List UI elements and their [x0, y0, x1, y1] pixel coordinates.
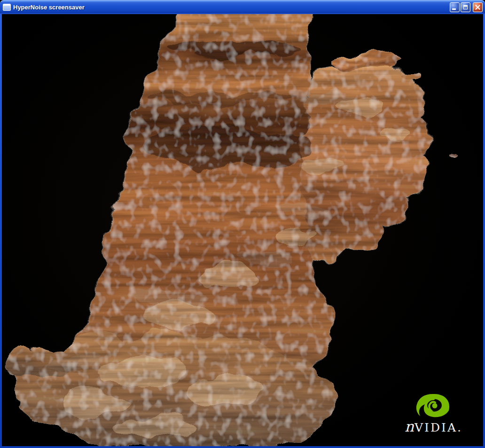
minimize-button[interactable] [450, 2, 460, 12]
close-button[interactable] [473, 2, 483, 12]
nvidia-wordmark-rest: VIDIA [415, 421, 457, 434]
window-controls [450, 2, 483, 12]
render-viewport[interactable]: nVIDIA. [2, 14, 483, 446]
rock-formation-render [2, 14, 483, 446]
nvidia-wordmark-n: n [405, 418, 414, 435]
maximize-icon [463, 5, 468, 9]
app-icon[interactable] [3, 4, 11, 11]
window-title: HyperNoise screensaver [13, 4, 450, 11]
titlebar[interactable]: HyperNoise screensaver [0, 0, 485, 14]
minimize-icon [452, 8, 456, 10]
nvidia-wordmark: nVIDIA. [398, 419, 468, 434]
nvidia-wordmark-dot: . [457, 421, 461, 434]
close-icon [475, 5, 480, 10]
hypernoise-window: HyperNoise screensaver [0, 0, 485, 448]
nvidia-logo: nVIDIA. [398, 393, 468, 434]
maximize-button[interactable] [461, 2, 470, 12]
nvidia-eye-icon [415, 393, 450, 418]
